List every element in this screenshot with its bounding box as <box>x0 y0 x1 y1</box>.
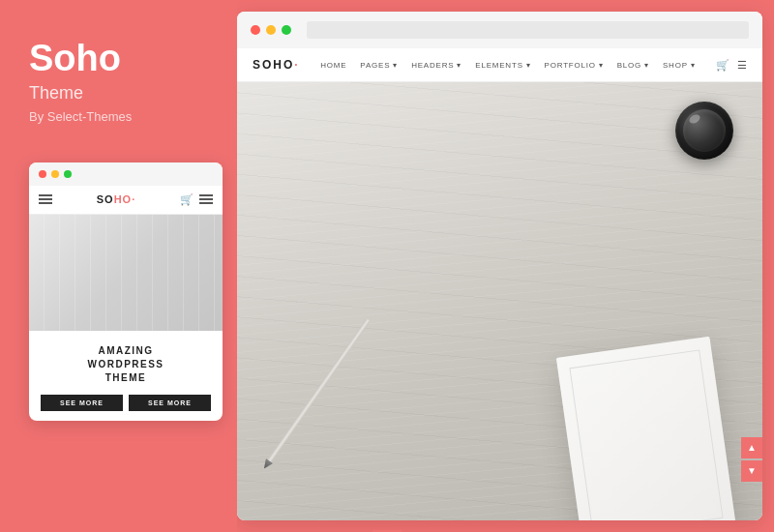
menu-icon-desktop[interactable]: ☰ <box>737 59 747 72</box>
mobile-hero-image <box>29 215 223 331</box>
desktop-browser-bar <box>237 12 762 48</box>
nav-home[interactable]: HOME <box>320 61 346 70</box>
mobile-logo-text: SO <box>97 193 114 205</box>
cart-icon[interactable]: 🛒 <box>180 193 194 206</box>
chevron-down-icon: ▼ <box>747 466 757 476</box>
menu-icon-right[interactable] <box>199 194 213 204</box>
mobile-buttons: SEE MORE SEE MORE <box>41 395 211 411</box>
url-bar[interactable] <box>307 21 749 39</box>
nav-elements[interactable]: ELEMENTS ▾ <box>475 61 530 70</box>
mobile-nav-right: 🛒 <box>180 193 213 206</box>
scroll-down-button[interactable]: ▼ <box>741 460 762 482</box>
desktop-menu: HOME PAGES ▾ HEADERS ▾ ELEMENTS ▾ PORTFO… <box>320 61 695 70</box>
mobile-nav: SOHO· 🛒 <box>29 186 223 215</box>
chevron-up-icon: ▲ <box>747 443 757 453</box>
desktop-preview-panel: SOHO· HOME PAGES ▾ HEADERS ▾ ELEMENTS ▾ … <box>237 12 762 520</box>
see-more-button-2[interactable]: SEE MORE <box>129 395 211 411</box>
mobile-content-area: AMAZING WORDPRESS THEME SEE MORE SEE MOR… <box>29 331 223 421</box>
nav-portfolio[interactable]: PORTFOLIO ▾ <box>545 61 604 70</box>
nav-blog[interactable]: BLOG ▾ <box>617 61 649 70</box>
desktop-dot-red <box>251 25 260 35</box>
nav-icons: 🛒 ☰ <box>716 59 747 72</box>
desktop-hero: ▲ ▼ <box>237 82 762 520</box>
dot-green <box>64 170 72 178</box>
nav-shop[interactable]: SHOP ▾ <box>663 61 696 70</box>
theme-author: By Select-Themes <box>29 109 208 124</box>
mobile-logo: SOHO· <box>97 193 135 205</box>
mobile-logo-accent: HO· <box>114 193 136 205</box>
desktop-logo: SOHO· <box>253 58 300 72</box>
see-more-button-1[interactable]: SEE MORE <box>41 395 123 411</box>
mobile-preview-card: SOHO· 🛒 AMAZING WORDPRESS THEME SEE MOR <box>29 163 223 421</box>
dot-red <box>39 170 46 178</box>
logo-accent-dot: · <box>294 58 299 72</box>
desktop-nav: SOHO· HOME PAGES ▾ HEADERS ▾ ELEMENTS ▾ … <box>237 48 762 82</box>
pen-decoration <box>266 318 370 463</box>
theme-title: Soho <box>29 39 208 79</box>
nav-pages[interactable]: PAGES ▾ <box>360 61 398 70</box>
camera-lens-decoration <box>675 102 733 160</box>
desktop-dot-yellow <box>266 25 276 35</box>
theme-subtitle: Theme <box>29 83 208 103</box>
hamburger-icon[interactable] <box>39 194 52 204</box>
dot-yellow <box>51 170 59 178</box>
mobile-browser-bar <box>29 163 223 186</box>
scroll-up-button[interactable]: ▲ <box>741 437 762 458</box>
desktop-dot-green <box>282 25 291 35</box>
notebook-decoration <box>556 337 736 520</box>
amazing-text: AMAZING WORDPRESS THEME <box>41 344 211 385</box>
nav-headers[interactable]: HEADERS ▾ <box>411 61 461 70</box>
hero-background <box>237 82 762 520</box>
scroll-buttons: ▲ ▼ <box>741 437 762 482</box>
left-panel: Soho Theme By Select-Themes SOHO· 🛒 <box>0 0 237 532</box>
cart-icon-desktop[interactable]: 🛒 <box>716 59 729 72</box>
